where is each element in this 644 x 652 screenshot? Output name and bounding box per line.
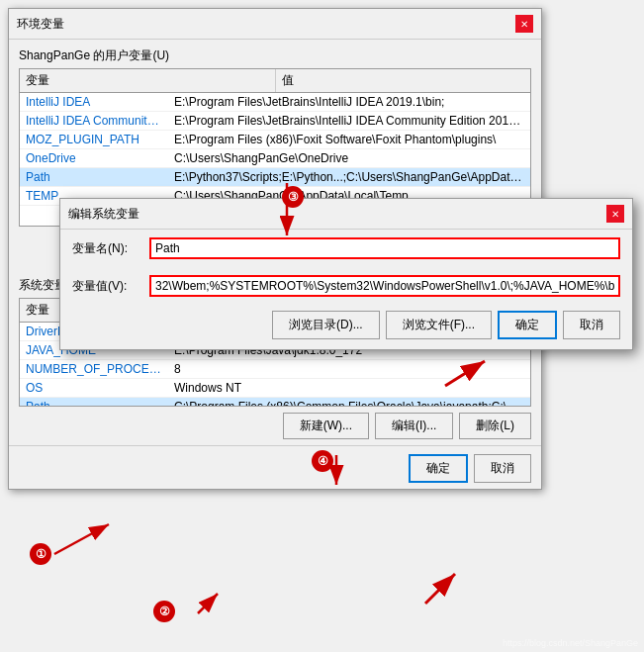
edit-dialog-titlebar: 编辑系统变量 ✕ xyxy=(60,199,632,230)
edit-dialog-title: 编辑系统变量 xyxy=(68,206,139,223)
browse-file-button[interactable]: 浏览文件(F)... xyxy=(386,311,492,339)
user-var-name-2: MOZ_PLUGIN_PATH xyxy=(20,131,168,148)
sys-var-name-3: OS xyxy=(20,379,168,397)
user-var-name-0: IntelliJ IDEA xyxy=(20,93,168,111)
user-var-name-4: Path xyxy=(20,168,168,186)
sys-edit-button[interactable]: 编辑(I)... xyxy=(375,413,453,439)
sys-row-4[interactable]: Path C:\Program Files (x86)\Common Files… xyxy=(20,398,530,407)
user-row-3[interactable]: OneDrive C:\Users\ShangPanGe\OneDrive xyxy=(20,149,530,168)
edit-ok-button[interactable]: 确定 xyxy=(498,311,557,339)
edit-lower-buttons: 浏览目录(D)... 浏览文件(F)... 确定 取消 xyxy=(60,305,632,349)
user-var-value-3: C:\Users\ShangPanGe\OneDrive xyxy=(168,149,530,167)
sys-var-value-3: Windows NT xyxy=(168,379,530,397)
var-value-input[interactable] xyxy=(149,275,620,297)
user-var-value-2: E:\Program Files (x86)\Foxit Software\Fo… xyxy=(168,131,530,148)
user-row-1[interactable]: IntelliJ IDEA Community E... E:\Program … xyxy=(20,112,530,131)
system-buttons: 新建(W)... 编辑(I)... 删除(L) xyxy=(9,407,541,445)
user-row-4[interactable]: Path E:\Python37\Scripts;E:\Python...;C:… xyxy=(20,168,530,187)
sys-row-2[interactable]: NUMBER_OF_PROCESSORS 8 xyxy=(20,360,530,379)
main-ok-cancel: 确定 取消 xyxy=(9,445,541,489)
env-dialog-close[interactable]: ✕ xyxy=(515,15,533,33)
user-var-name-1: IntelliJ IDEA Community E... xyxy=(20,112,168,130)
sys-var-name-2: NUMBER_OF_PROCESSORS xyxy=(20,360,168,378)
svg-line-2 xyxy=(198,594,218,613)
col-header-value: 值 xyxy=(276,69,531,92)
svg-line-1 xyxy=(54,524,109,554)
var-name-input[interactable] xyxy=(149,237,620,259)
var-value-row: 变量值(V): xyxy=(60,267,632,305)
user-var-name-3: OneDrive xyxy=(20,149,168,167)
env-dialog-titlebar: 环境变量 ✕ xyxy=(9,9,541,40)
var-name-label: 变量名(N): xyxy=(72,240,141,257)
var-value-label: 变量值(V): xyxy=(72,278,141,295)
edit-dialog-close[interactable]: ✕ xyxy=(606,205,624,223)
user-section-label: ShangPanGe 的用户变量(U) xyxy=(9,40,541,68)
user-row-0[interactable]: IntelliJ IDEA E:\Program Files\JetBrains… xyxy=(20,93,530,112)
badge-1: ① xyxy=(30,543,51,565)
badge-4: ④ xyxy=(312,450,333,472)
user-var-value-4: E:\Python37\Scripts;E:\Python...;C:\User… xyxy=(168,168,530,186)
user-row-2[interactable]: MOZ_PLUGIN_PATH E:\Program Files (x86)\F… xyxy=(20,131,530,149)
sys-var-value-4: C:\Program Files (x86)\Common Files\Orac… xyxy=(168,398,530,407)
sys-var-value-2: 8 xyxy=(168,360,530,378)
main-ok-button[interactable]: 确定 xyxy=(409,454,468,483)
user-var-value-0: E:\Program Files\JetBrains\IntelliJ IDEA… xyxy=(168,93,530,111)
badge-3: ③ xyxy=(282,186,304,208)
sys-row-3[interactable]: OS Windows NT xyxy=(20,379,530,398)
browse-dir-button[interactable]: 浏览目录(D)... xyxy=(272,311,380,339)
sys-var-name-4: Path xyxy=(20,398,168,407)
svg-line-6 xyxy=(425,574,455,604)
url-watermark: https://blog.csdn.net/ShangPanGe xyxy=(503,638,638,648)
sys-new-button[interactable]: 新建(W)... xyxy=(283,413,369,439)
col-header-name: 变量 xyxy=(20,69,276,92)
edit-cancel-button[interactable]: 取消 xyxy=(563,311,620,339)
user-var-value-1: E:\Program Files\JetBrains\IntelliJ IDEA… xyxy=(168,112,530,130)
env-dialog-title: 环境变量 xyxy=(17,16,64,33)
var-name-row: 变量名(N): xyxy=(60,230,632,267)
edit-dialog: 编辑系统变量 ✕ 变量名(N): 变量值(V): 浏览目录(D)... 浏览文件… xyxy=(59,198,633,350)
main-cancel-button[interactable]: 取消 xyxy=(474,454,531,483)
badge-2: ② xyxy=(153,601,175,622)
user-table-header: 变量 值 xyxy=(20,69,530,93)
sys-delete-button[interactable]: 删除(L) xyxy=(459,413,531,439)
